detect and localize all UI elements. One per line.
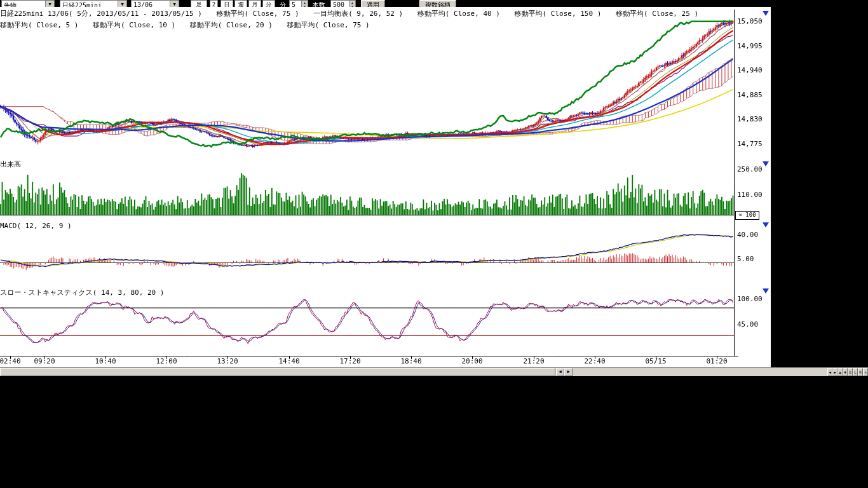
chart-tool-button-l[interactable]: L bbox=[853, 368, 858, 376]
pane-menu-arrow-macd[interactable] bbox=[763, 222, 769, 227]
period-monthly-button[interactable]: 月 bbox=[248, 0, 261, 7]
volume-unit-badge: × 100 bbox=[735, 211, 759, 220]
chart-legend-row1: 日経225mini 13/06( 5分, 2013/05/11 - 2013/0… bbox=[0, 9, 709, 18]
legend-symbol-range: 日経225mini 13/06( 5分, 2013/05/11 - 2013/0… bbox=[0, 10, 202, 18]
chart-tool-button-r[interactable]: R bbox=[858, 368, 863, 376]
chart-tool-button-down[interactable]: ▼ bbox=[843, 368, 848, 376]
price-axis-label: 14,830 bbox=[737, 115, 768, 123]
time-axis-label: 13:20 bbox=[215, 357, 240, 365]
legend-ma5: 移動平均( Close, 5 ) bbox=[0, 21, 78, 29]
bar-count-value: 500 bbox=[333, 1, 344, 7]
bar-count-spinner[interactable]: 500▲▼ bbox=[330, 0, 356, 7]
volume-pane-title: 出来高 bbox=[0, 159, 21, 169]
macd-axis-label: 5.00 bbox=[737, 255, 768, 263]
price-chart-canvas[interactable] bbox=[0, 7, 771, 367]
stoch-axis-label: 45.00 bbox=[737, 320, 768, 329]
chart-tool-button-next[interactable]: ▶ bbox=[832, 368, 837, 376]
time-axis-label: 10:40 bbox=[93, 357, 118, 365]
chevron-down-icon[interactable]: ▼ bbox=[170, 1, 179, 7]
scroll-left-button[interactable]: ◀ bbox=[556, 368, 564, 376]
period-minute-button[interactable]: 分 bbox=[262, 0, 275, 7]
top-toolbar: 先物▼ 日経225mini▼ 13/06▼ 足 2 日 週 月 分 分 5▲▼ … bbox=[0, 0, 868, 7]
time-axis-label: 05/15 bbox=[643, 357, 668, 365]
price-axis-label: 14,940 bbox=[737, 66, 768, 74]
legend-ichimoku: 一目均衡表( 9, 26, 52 ) bbox=[313, 10, 403, 18]
price-axis-label: 15,050 bbox=[737, 17, 768, 25]
chevron-down-icon[interactable]: ▼ bbox=[45, 1, 54, 7]
time-axis-label: 20:00 bbox=[459, 357, 485, 365]
legend-ma150: 移動平均( Close, 150 ) bbox=[515, 10, 602, 18]
legend-ma10: 移動平均( Close, 10 ) bbox=[93, 21, 175, 29]
pane-menu-arrow-price[interactable] bbox=[763, 11, 769, 16]
pane-menu-arrow-volume[interactable] bbox=[763, 161, 769, 166]
minute-value-spinner[interactable]: 5▲▼ bbox=[289, 0, 308, 7]
minute-value: 5 bbox=[292, 1, 295, 7]
volume-axis-label: 110.00 bbox=[737, 191, 768, 199]
legend-ma25: 移動平均( Close, 25 ) bbox=[616, 10, 698, 18]
scroll-right-button[interactable]: ▶ bbox=[564, 368, 573, 376]
period-weekly-button[interactable]: 週 bbox=[234, 0, 247, 7]
time-axis-label: 14:40 bbox=[276, 357, 302, 365]
time-axis-label: 21:20 bbox=[521, 357, 546, 365]
symbol-value: 日経225mini bbox=[62, 2, 102, 7]
time-axis-label: 09:20 bbox=[32, 357, 57, 365]
symbol-select[interactable]: 日経225mini▼ bbox=[60, 0, 127, 7]
time-axis-label: 12:00 bbox=[154, 357, 179, 365]
stoch-pane-title: スロー・ストキャスティクス( 14, 3, 80, 20 ) bbox=[0, 288, 164, 297]
chart-legend-row2: 移動平均( Close, 5 ) 移動平均( Close, 10 ) 移動平均(… bbox=[0, 20, 380, 30]
legend-ma20: 移動平均( Close, 20 ) bbox=[190, 21, 273, 29]
chevron-down-icon[interactable]: ▼ bbox=[118, 1, 126, 7]
multi-symbol-button[interactable]: 複数銘柄 bbox=[419, 0, 456, 7]
chart-tool-button-up[interactable]: ▲ bbox=[837, 368, 843, 376]
scrollbar-thumb[interactable] bbox=[0, 368, 555, 376]
horizontal-scrollbar: ◀ ▶ ◀ ▶ ▲ ▼ D L R ✕ bbox=[0, 367, 868, 376]
spinner-arrows-icon[interactable]: ▲▼ bbox=[301, 1, 308, 7]
time-axis-label: 18:40 bbox=[398, 357, 424, 365]
bar-count-label: 本数 bbox=[313, 1, 325, 7]
time-axis-label: 17:20 bbox=[337, 357, 363, 365]
price-axis-label: 14,885 bbox=[737, 91, 768, 99]
macd-axis-label: 40.00 bbox=[737, 231, 768, 239]
bar-step-box[interactable]: 2 bbox=[210, 0, 218, 7]
minute-label: 分 bbox=[280, 1, 286, 7]
contract-month-select[interactable]: 13/06▼ bbox=[131, 0, 179, 7]
time-axis-label: 01:20 bbox=[704, 357, 729, 365]
chart-tool-button-prev[interactable]: ◀ bbox=[827, 368, 832, 376]
contract-month-value: 13/06 bbox=[133, 1, 153, 7]
spinner-arrows-icon[interactable]: ▲▼ bbox=[349, 1, 355, 7]
stoch-axis-label: 100.00 bbox=[737, 295, 768, 303]
legend-ma75b: 移動平均( Close, 75 ) bbox=[287, 21, 370, 29]
time-axis-label: 22:40 bbox=[582, 357, 607, 365]
pane-menu-arrow-stoch[interactable] bbox=[763, 288, 769, 294]
period-daily-button[interactable]: 日 bbox=[220, 0, 233, 7]
instrument-type-value: 先物 bbox=[4, 2, 17, 7]
instrument-type-select[interactable]: 先物▼ bbox=[1, 0, 55, 7]
chart-tool-button-close[interactable]: ✕ bbox=[863, 368, 868, 376]
time-axis-label: 02:40 bbox=[0, 357, 23, 365]
macd-pane-title: MACD( 12, 26, 9 ) bbox=[0, 222, 72, 230]
chart-tool-button-d[interactable]: D bbox=[848, 368, 853, 376]
legend-ma40: 移動平均( Close, 40 ) bbox=[417, 10, 500, 18]
chart-window: 日経225mini 13/06( 5分, 2013/05/11 - 2013/0… bbox=[0, 7, 771, 367]
bar-type-button[interactable]: 足 bbox=[191, 0, 207, 7]
apply-button[interactable]: 適用 bbox=[361, 0, 385, 7]
price-axis-label: 14,775 bbox=[737, 140, 768, 148]
legend-ma75: 移動平均( Close, 75 ) bbox=[216, 10, 299, 18]
price-axis-label: 14,995 bbox=[737, 42, 768, 50]
